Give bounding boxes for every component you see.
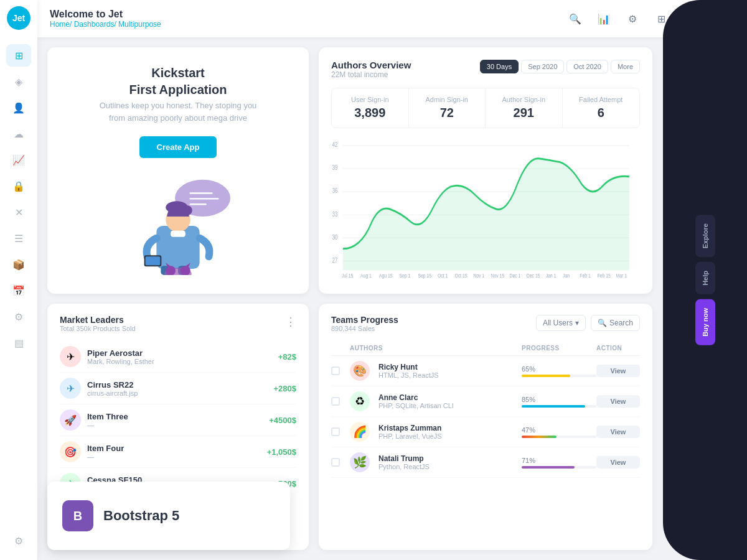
svg-text:42: 42 xyxy=(332,141,338,148)
team-row-2-pct: 85% xyxy=(522,396,596,403)
teams-table-header: AUTHORS PROGRESS ACTION xyxy=(331,341,640,356)
team-row-4-checkbox[interactable] xyxy=(331,458,340,467)
settings-icon: ⚙ xyxy=(14,535,23,547)
sidebar-item-grid[interactable]: ⊞ xyxy=(6,44,31,67)
breadcrumb-home[interactable]: Home/ xyxy=(50,20,72,29)
svg-text:Dec 15: Dec 15 xyxy=(527,273,540,279)
team-row-1-avatar: 🎨 xyxy=(350,361,370,381)
authors-subtitle: 22M total income xyxy=(331,70,411,79)
sidebar-item-layers[interactable]: ◈ xyxy=(6,70,31,93)
buy-now-button[interactable]: Buy now xyxy=(695,299,715,345)
kickstart-subtitle: First Application xyxy=(129,83,227,97)
svg-text:Agu 15: Agu 15 xyxy=(379,273,393,279)
calendar-icon: 📅 xyxy=(12,285,25,297)
market-more-icon[interactable]: ⋮ xyxy=(285,315,296,329)
team-row-1-checkbox[interactable] xyxy=(331,366,340,375)
svg-text:Sep 15: Sep 15 xyxy=(418,273,431,279)
market-title: Market Leaders xyxy=(60,315,136,325)
team-row-3-avatar: 🌈 xyxy=(350,422,370,442)
team-row-2-name: Anne Clarc xyxy=(378,393,454,402)
market-item-2-info: Cirrus SR22 cirrus-aircraft.jsp xyxy=(87,380,273,397)
sidebar-item-chart[interactable]: 📈 xyxy=(6,149,31,171)
filter-sep[interactable]: Sep 2020 xyxy=(521,60,564,73)
team-row-3-checkbox[interactable] xyxy=(331,427,340,436)
team-row-1-author: 🎨 Ricky Hunt HTML, JS, ReactJS xyxy=(350,361,522,381)
svg-text:Mar 1: Mar 1 xyxy=(616,273,627,279)
box-icon: 📦 xyxy=(12,259,25,271)
analytics-button[interactable]: 📊 xyxy=(594,9,614,29)
team-row-4: 🌿 Natali Trump Python, ReactJS 71% View xyxy=(331,447,640,478)
cloud-icon: ☁ xyxy=(14,128,24,140)
sidebar-item-cloud[interactable]: ☁ xyxy=(6,123,31,145)
market-title-area: Market Leaders Total 350k Products Sold xyxy=(60,315,136,332)
search-button[interactable]: 🔍 xyxy=(565,9,585,29)
team-row-1-name: Ricky Hunt xyxy=(378,363,439,371)
team-row-2-info: Anne Clarc PHP, SQLite, Artisan CLI xyxy=(375,393,454,409)
stat-user-signin: User Sign-in 3,899 xyxy=(332,88,409,128)
sidebar-item-calendar[interactable]: 📅 xyxy=(6,279,31,302)
market-subtitle: Total 350k Products Sold xyxy=(60,325,136,332)
team-row-3-progress: 47% xyxy=(522,426,596,438)
filter-30days[interactable]: 30 Days xyxy=(480,60,519,73)
close-icon: ✕ xyxy=(15,207,23,218)
search-icon: 🔍 xyxy=(598,319,607,327)
kickstart-title: Kickstart xyxy=(151,66,205,80)
team-row-2-checkbox[interactable] xyxy=(331,397,340,406)
stat-failed-value: 6 xyxy=(571,106,631,120)
authors-header: Authors Overview 22M total income 30 Day… xyxy=(331,60,640,79)
sidebar-item-layout[interactable]: ▤ xyxy=(6,332,31,354)
filter-oct[interactable]: Oct 2020 xyxy=(566,60,608,73)
team-row-3-tech: PHP, Laravel, VueJS xyxy=(378,432,442,440)
sidebar-item-list[interactable]: ☰ xyxy=(6,227,31,250)
app-logo[interactable]: Jet xyxy=(7,6,31,30)
market-item-1-name: Piper Aerostar xyxy=(87,348,278,358)
help-button[interactable]: Help xyxy=(695,262,715,294)
teams-search[interactable]: 🔍 Search xyxy=(591,315,640,331)
teams-header: Teams Progress 890,344 Sales All Users ▾… xyxy=(331,315,640,332)
team-row-3-view[interactable]: View xyxy=(596,426,640,438)
team-row-4-info: Natali Trump Python, ReactJS xyxy=(375,454,430,470)
team-row-4-view[interactable]: View xyxy=(596,456,640,469)
authors-chart: 42 39 36 33 30 27 xyxy=(331,137,640,281)
market-header: Market Leaders Total 350k Products Sold … xyxy=(60,315,296,332)
team-row-1-view[interactable]: View xyxy=(596,365,640,377)
team-row-3-bar xyxy=(522,436,596,438)
sidebar-item-user[interactable]: 👤 xyxy=(6,96,31,119)
team-row-3-info: Kristaps Zumman PHP, Laravel, VueJS xyxy=(375,424,442,440)
team-row-2-view[interactable]: View xyxy=(596,395,640,408)
sidebar-item-close[interactable]: ✕ xyxy=(6,201,31,223)
team-row-3-name: Kristaps Zumman xyxy=(378,424,442,432)
team-row-4-name: Natali Trump xyxy=(378,454,430,463)
team-row-3-author: 🌈 Kristaps Zumman PHP, Laravel, VueJS xyxy=(350,422,522,442)
sidebar-item-settings[interactable]: ⚙ xyxy=(6,530,31,552)
team-row-4-avatar: 🌿 xyxy=(350,452,370,472)
breadcrumb-dashboards[interactable]: Dashboards/ xyxy=(74,20,116,29)
sidebar-item-lock[interactable]: 🔒 xyxy=(6,175,31,197)
explore-button[interactable]: Explore xyxy=(695,215,715,257)
breadcrumb-current: Multipurpose xyxy=(118,20,161,29)
settings-button[interactable]: ⚙ xyxy=(622,9,642,29)
market-item-1-info: Piper Aerostar Mark, Rowling, Esther xyxy=(87,348,278,365)
header: Welcome to Jet Home/ Dashboards/ Multipu… xyxy=(37,0,747,37)
sidebar-bottom: ⚙ xyxy=(6,528,31,554)
create-app-button[interactable]: Create App xyxy=(139,136,217,158)
col-authors: AUTHORS xyxy=(350,345,522,352)
stat-admin-value: 72 xyxy=(418,106,477,120)
market-item-1-sub: Mark, Rowling, Esther xyxy=(87,358,278,365)
sidebar-item-box[interactable]: 📦 xyxy=(6,253,31,276)
teams-title-area: Teams Progress 890,344 Sales xyxy=(331,315,398,332)
bootstrap-icon: B xyxy=(62,500,93,531)
sidebar-item-tools[interactable]: ⚙ xyxy=(6,306,31,328)
svg-text:Jan 1: Jan 1 xyxy=(546,273,557,279)
team-row-2-tech: PHP, SQLite, Artisan CLI xyxy=(378,402,454,409)
svg-text:Nov 15: Nov 15 xyxy=(491,273,505,279)
filter-more[interactable]: More xyxy=(611,60,640,73)
market-item-3-icon: 🚀 xyxy=(60,409,81,431)
all-users-select[interactable]: All Users ▾ xyxy=(536,315,586,331)
team-row-4-fill xyxy=(522,466,575,469)
svg-text:39: 39 xyxy=(332,164,338,171)
svg-text:33: 33 xyxy=(332,210,338,217)
team-row-1-pct: 65% xyxy=(522,365,596,373)
team-row-2-bar xyxy=(522,405,596,408)
team-row-1-tech: HTML, JS, ReactJS xyxy=(378,371,439,379)
